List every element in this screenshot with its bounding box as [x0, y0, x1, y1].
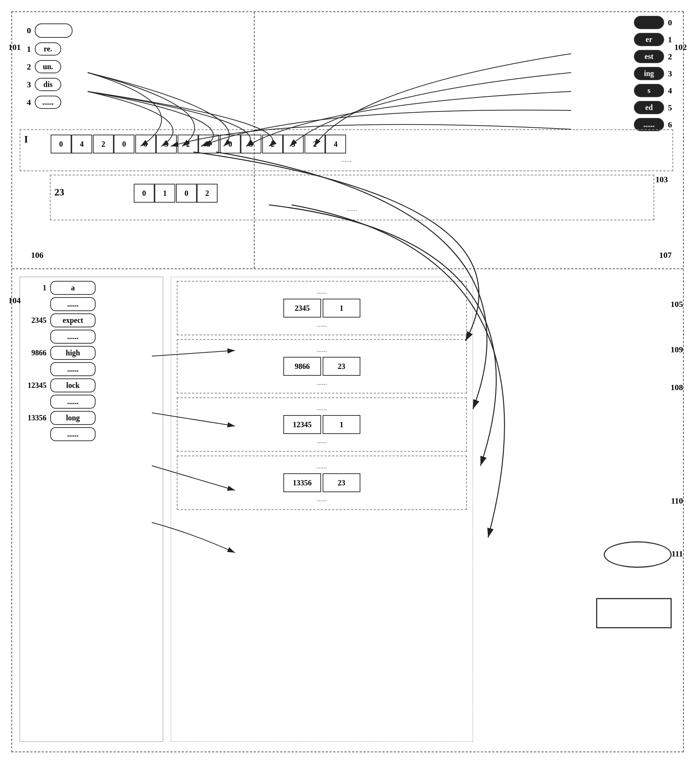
suffix-box-0 — [634, 16, 664, 29]
word-id-9866: 9866 — [24, 349, 47, 357]
ref-label-101: 101 — [8, 42, 21, 52]
seq-cell-4-0: 0 — [220, 135, 241, 153]
seq-cell-6-1: 4 — [325, 135, 346, 153]
entry-2-cell-1: 23 — [323, 357, 360, 376]
seq-cell-5-1: 3 — [283, 135, 304, 153]
suffix-item-5: ed 5 — [634, 101, 675, 114]
panel-101: 0 1 re. 2 un. 3 dis 4 ...... — [20, 20, 190, 125]
ref-label-102: 102 — [674, 42, 687, 52]
word-box-1: a — [50, 281, 95, 295]
entry-4-cell-0: 13356 — [283, 473, 321, 492]
word-item-1: 1 a — [24, 281, 159, 295]
suffix-item-1: er 1 — [634, 33, 675, 46]
seq-cell-3-1: 5 — [198, 135, 219, 153]
sequence-section: I 0 4 2 0 0 5 2 5 — [20, 129, 673, 171]
oval-110 — [604, 541, 672, 568]
row23-pair-0: 0 1 — [134, 184, 175, 203]
word-item-2345: 2345 expect — [24, 313, 159, 327]
entry-1-dots-bot: ...... — [183, 321, 461, 329]
prefix-index-4: 4 — [23, 97, 31, 107]
row23-cell-1-1: 2 — [197, 184, 217, 203]
entry-2-dots-top: ...... — [183, 346, 461, 354]
prefix-item-1: 1 re. — [23, 42, 72, 56]
word-list: 1 a ...... 2345 expect ...... 9866 h — [20, 277, 163, 445]
seq-cell-1-0: 2 — [93, 135, 114, 153]
panel-104: 1 a ...... 2345 expect ...... 9866 h — [20, 277, 163, 742]
entry-2-dots-bot: ...... — [183, 379, 461, 387]
prefix-box-2: un. — [35, 60, 61, 74]
seq-cell-1-1: 0 — [114, 135, 134, 153]
seq-pair-6: 2 4 — [305, 135, 346, 153]
entry-group-4: ...... 13356 23 ...... — [177, 456, 467, 510]
prefix-box-1: re. — [35, 42, 61, 56]
row23-cell-1-0: 0 — [176, 184, 197, 203]
suffix-index-2: 2 — [668, 52, 675, 62]
panel-102: 0 er 1 est 2 ing 3 s 4 — [570, 16, 675, 144]
entry-group-1: ...... 2345 1 ...... — [177, 281, 467, 335]
word-id-13356: 13356 — [24, 413, 47, 422]
word-item-dots-1: ...... — [24, 297, 159, 311]
suffix-box-3: ing — [634, 67, 664, 80]
word-box-2345: expect — [50, 313, 95, 327]
prefix-index-0: 0 — [23, 26, 31, 36]
suffix-box-2: est — [634, 50, 664, 63]
ref-label-110: 110 — [671, 496, 683, 506]
word-box-dots-3: ...... — [50, 362, 95, 376]
suffix-index-3: 3 — [668, 69, 675, 78]
seq-cell-4-1: 3 — [241, 135, 261, 153]
row23-pair-1: 0 2 — [176, 184, 217, 203]
word-box-dots-1: ...... — [50, 297, 95, 311]
word-item-9866: 9866 high — [24, 346, 159, 360]
entry-1-cell-1: 1 — [323, 299, 360, 318]
suffix-box-1: er — [634, 33, 664, 46]
suffix-item-3: ing 3 — [634, 67, 675, 80]
seq-pair-0: 0 4 — [51, 135, 92, 153]
seq-cell-2-1: 5 — [156, 135, 177, 153]
ref-label-105: 105 — [670, 299, 683, 309]
entry-group-2: ...... 9866 23 ...... — [177, 339, 467, 393]
prefix-index-2: 2 — [23, 62, 31, 72]
sequence-row: 0 4 2 0 0 5 2 5 0 3 — [51, 135, 665, 153]
row23-dots: ...... — [58, 205, 646, 213]
word-box-dots-4: ...... — [50, 395, 95, 409]
seq-pair-3: 2 5 — [178, 135, 219, 153]
word-item-dots-4: ...... — [24, 395, 159, 409]
entry-1-cell-0: 2345 — [283, 299, 321, 318]
prefix-box-3: dis — [35, 78, 61, 91]
row23-cell-0-0: 0 — [134, 184, 155, 203]
word-item-dots-3: ...... — [24, 362, 159, 376]
word-item-13356: 13356 long — [24, 411, 159, 425]
prefix-box-4: ...... — [35, 96, 61, 109]
suffix-index-6: 6 — [668, 120, 675, 130]
prefix-item-3: 3 dis — [23, 78, 72, 91]
word-item-dots-2: ...... — [24, 330, 159, 344]
panel-center: ...... 2345 1 ...... ...... 9866 23 ....… — [171, 277, 473, 742]
seq-cell-0-1: 4 — [71, 135, 92, 153]
ref-label-111: 111 — [671, 549, 683, 559]
row23-cell-0-1: 1 — [155, 184, 175, 203]
entry-2-cell-0: 9866 — [283, 357, 321, 376]
suffix-item-0: 0 — [634, 16, 675, 29]
suffix-list: 0 er 1 est 2 ing 3 s 4 — [570, 16, 675, 131]
seq-cell-2-0: 0 — [135, 135, 156, 153]
panel-right-bottom — [547, 277, 675, 742]
rect-111 — [596, 598, 672, 628]
prefix-index-1: 1 — [23, 44, 31, 54]
row23-section: 23 0 1 0 2 ...... — [50, 175, 654, 221]
suffix-index-5: 5 — [668, 103, 675, 113]
entry-3-dots-bot: ...... — [183, 437, 461, 445]
word-id-12345: 12345 — [24, 381, 47, 390]
entry-3-cell-1: 1 — [323, 415, 360, 434]
prefix-box-0 — [35, 23, 72, 38]
entry-3-cell-0: 12345 — [283, 415, 321, 434]
entry-4-row: 13356 23 — [183, 473, 461, 492]
suffix-index-0: 0 — [668, 18, 675, 28]
entry-4-cell-1: 23 — [323, 473, 360, 492]
prefix-item-0: 0 — [23, 23, 72, 38]
word-box-13356: long — [50, 411, 95, 425]
row23-row: 0 1 0 2 — [134, 184, 646, 203]
word-item-dots-5: ...... — [24, 427, 159, 441]
ref-label-108: 108 — [670, 382, 683, 392]
word-item-12345: 12345 lock — [24, 379, 159, 392]
prefix-list: 0 1 re. 2 un. 3 dis 4 ...... — [23, 23, 72, 109]
